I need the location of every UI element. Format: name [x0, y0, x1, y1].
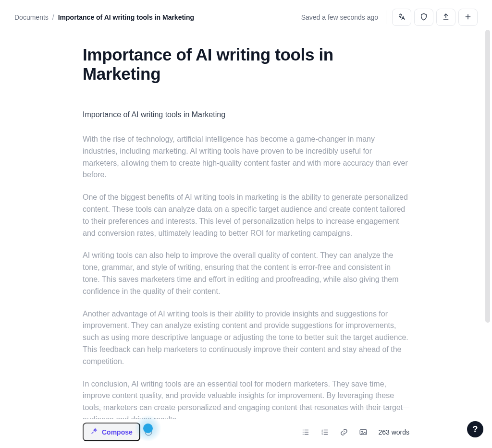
svg-point-2 [303, 429, 304, 430]
breadcrumb-current: Importance of AI writing tools in Market… [58, 13, 194, 21]
translate-button[interactable] [392, 9, 411, 26]
bottom-toolbar-right: 1 2 3 263 words [301, 428, 409, 436]
paragraph: One of the biggest benefits of AI writin… [83, 192, 409, 239]
shield-button[interactable] [414, 9, 433, 26]
export-button[interactable] [436, 9, 455, 26]
document-subtitle: Importance of AI writing tools in Market… [83, 110, 409, 119]
word-count: 263 words [378, 428, 409, 436]
add-button[interactable] [458, 9, 478, 26]
shield-icon [419, 12, 428, 23]
upload-icon [442, 12, 450, 23]
bottom-toolbar: Compose 1 2 3 [83, 408, 409, 441]
svg-point-3 [303, 432, 304, 433]
editor-viewport: Importance of AI writing tools in Market… [0, 30, 492, 419]
numbered-list-icon[interactable]: 1 2 3 [320, 428, 329, 436]
editor-header: Documents / Importance of AI writing too… [0, 0, 492, 30]
scrollbar-thumb[interactable] [485, 30, 490, 323]
paragraph: With the rise of technology, artificial … [83, 133, 409, 181]
save-status: Saved a few seconds ago [301, 13, 378, 21]
svg-point-9 [362, 431, 363, 432]
document-title[interactable]: Importance of AI writing tools in Market… [83, 45, 409, 84]
divider [386, 11, 386, 24]
bullet-list-icon[interactable] [301, 428, 310, 436]
bottom-toolbar-wrap: Compose 1 2 3 [0, 408, 492, 448]
paragraph: Another advantage of AI writing tools is… [83, 308, 409, 368]
question-icon: ? [473, 424, 478, 435]
breadcrumb-separator: / [52, 13, 54, 21]
image-icon[interactable] [359, 428, 368, 436]
plus-icon [464, 12, 472, 23]
breadcrumb: Documents / Importance of AI writing too… [14, 13, 194, 21]
scrollbar[interactable] [485, 30, 490, 419]
compose-label: Compose [102, 428, 133, 436]
help-fab[interactable]: ? [467, 421, 483, 437]
svg-text:3: 3 [322, 433, 323, 436]
compose-help-icon[interactable] [144, 428, 153, 436]
header-actions: Saved a few seconds ago [301, 9, 478, 26]
translate-icon [397, 12, 406, 23]
svg-point-1 [148, 434, 148, 434]
svg-point-4 [303, 434, 304, 435]
paragraph: AI writing tools can also help to improv… [83, 250, 409, 297]
breadcrumb-root[interactable]: Documents [14, 13, 49, 21]
link-icon[interactable] [340, 428, 348, 436]
compose-button[interactable]: Compose [83, 423, 140, 441]
document-body[interactable]: Importance of AI writing tools in Market… [83, 30, 409, 419]
magic-wand-icon [90, 427, 98, 436]
